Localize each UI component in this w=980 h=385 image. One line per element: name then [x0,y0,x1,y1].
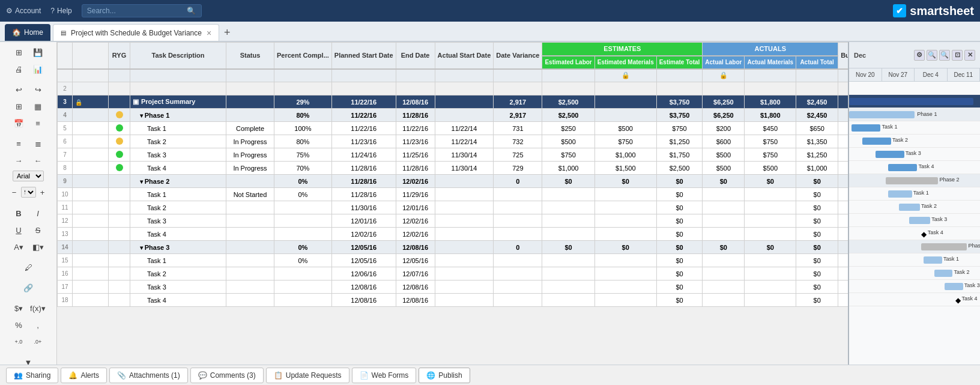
font-size-down-btn[interactable]: − [9,185,20,199]
task-row[interactable]: 17Task 312/08/1612/08/16$0$0$0 [58,280,848,294]
phase-row[interactable]: 9▾ Phase 20%11/28/1612/02/160$0$0$0$0$0$… [58,175,848,188]
task-row[interactable]: 10Task 1Not Started0%11/28/1611/29/16$0$… [58,188,848,201]
help-menu[interactable]: ? Help [50,7,71,15]
task-cell[interactable]: Task 3 [130,148,226,162]
currency-btn[interactable]: $▾ [10,301,28,315]
task-row[interactable]: 16Task 212/06/1612/07/16$0$0$0 [58,267,848,280]
alerts-btn[interactable]: 🔔 Alerts [61,368,107,383]
save-btn[interactable]: 💾 [29,45,47,59]
task-cell[interactable]: Task 1 [130,254,226,267]
tab-sheet[interactable]: ▤ Project with Schedule & Budget Varianc… [53,24,219,41]
attachments-btn[interactable]: 📎 Attachments (1) [109,368,188,383]
gantt-settings-btn[interactable]: ⚙ [914,50,925,61]
task-cell[interactable]: Task 3 [130,280,226,294]
task-cell[interactable]: ▾ Phase 3 [130,241,226,254]
search-box[interactable]: 🔍 [82,4,202,17]
gantt-close-btn[interactable]: ✕ [964,50,975,61]
end-date-cell: 11/28/16 [396,109,435,122]
color-picker-btn[interactable]: A▾ [10,240,28,254]
gantt-today-btn[interactable]: ⊡ [952,50,963,61]
link-btn[interactable]: 🔗 [19,280,37,295]
gantt-zoom-in-btn[interactable]: 🔍 [939,50,950,61]
update-requests-btn[interactable]: 📋 Update Requests [266,368,349,383]
phase-expand-icon[interactable]: ▾ [140,178,145,185]
task-cell[interactable]: Task 4 [130,162,226,175]
tab-home[interactable]: 🏠 Home [5,24,50,41]
task-row[interactable]: 12Task 312/01/1612/02/16$0$0$0 [58,214,848,228]
strikethrough-btn[interactable]: S [29,223,47,237]
gantt2-btn[interactable]: ≡ [29,116,47,130]
sheet-table[interactable]: RYG Task Description Status Percent Comp… [57,42,848,365]
task-cell[interactable]: Task 2 [130,201,226,214]
task-cell[interactable]: Task 1 [130,188,226,201]
phase-row[interactable]: 4▾ Phase 180%11/22/1611/28/162,917$2,500… [58,109,848,122]
task-row[interactable]: 7Task 3In Progress75%11/24/1611/25/1611/… [58,148,848,162]
task-cell[interactable]: Task 2 [130,135,226,148]
phase-expand-icon[interactable]: ▾ [140,244,145,251]
bold-btn[interactable]: B [10,206,28,220]
scroll-down-btn[interactable]: ▼ [19,355,37,365]
indent-btn[interactable]: → [10,153,28,168]
task-row[interactable]: 6Task 2In Progress80%11/23/1611/23/1611/… [58,135,848,148]
phase-row[interactable]: 14▾ Phase 30%12/05/1612/08/160$0$0$0$0$0… [58,241,848,254]
account-menu[interactable]: ⚙ Account [6,7,41,15]
ryg-header: RYG [109,43,130,69]
task-cell[interactable]: Task 3 [130,214,226,228]
phase-expand-icon[interactable]: ▾ [140,112,145,119]
task-row[interactable]: 15Task 10%12/05/1612/05/16$0$0$0 [58,254,848,267]
grid-view-btn[interactable]: ⊞ [10,45,28,59]
underline-btn[interactable]: U [10,223,28,237]
print-btn[interactable]: 🖨 [10,62,28,76]
decimal-more-btn[interactable]: .0+ [29,335,47,349]
font-size-up-btn[interactable]: + [37,185,48,199]
publish-btn[interactable]: 🌐 Publish [419,368,470,383]
card-btn[interactable]: ▦ [29,99,47,114]
italic-btn[interactable]: I [29,206,47,220]
formula-btn[interactable]: f(x)▾ [29,301,47,315]
calendar-btn[interactable]: 📅 [10,116,28,130]
gantt-btn[interactable]: 📊 [29,62,47,76]
gantt-bar-p3t2 [934,270,953,277]
redo-btn[interactable]: ↪ [29,82,47,97]
task-row[interactable]: 13Task 412/02/1612/02/16$0$0$0 [58,228,848,241]
act-total-cell: $0 [796,188,838,201]
search-input[interactable] [87,7,183,15]
highlight-btn[interactable]: 🖊 [19,260,37,274]
gantt-zoom-out-btn[interactable]: 🔍 [927,50,937,61]
task-row[interactable]: 18Task 412/08/1612/08/16$0$0$0 [58,294,848,307]
diamond-p3t4: ◆ [955,296,961,305]
row-number: 9 [58,175,73,188]
sharing-btn[interactable]: 👥 Sharing [6,368,58,383]
table-btn[interactable]: ⊞ [10,99,28,114]
task-row[interactable]: 5Task 1Complete100%11/22/1611/22/1611/22… [58,122,848,135]
tab-close-button[interactable]: × [207,28,211,38]
empty-row[interactable]: 2 [58,82,848,95]
comments-btn[interactable]: 💬 Comments (3) [190,368,264,383]
decimal-less-btn[interactable]: +.0 [10,335,28,349]
task-row[interactable]: 8Task 4In Progress70%11/28/1611/28/1611/… [58,162,848,175]
font-family-select[interactable]: Arial [13,171,44,181]
task-cell[interactable]: Task 1 [130,122,226,135]
align-left-btn[interactable]: ≡ [10,136,28,151]
fill-color-btn[interactable]: ◧▾ [29,240,47,254]
task-cell[interactable]: ▾ Phase 1 [130,109,226,122]
web-forms-btn[interactable]: 📄 Web Forms [352,368,417,383]
est-total-cell: $750 [656,122,703,135]
est-materials-cell: $1,000 [594,148,656,162]
font-size-select[interactable]: 9 [21,187,36,198]
home-icon: 🏠 [12,28,21,37]
task-row[interactable]: 11Task 211/30/1612/01/16$0$0$0 [58,201,848,214]
percent-btn[interactable]: % [10,318,28,332]
align-right-btn[interactable]: ≣ [29,136,47,151]
outdent-btn[interactable]: ← [29,153,47,168]
task-cell[interactable]: ▣Project Summary [130,95,226,109]
task-cell[interactable]: Task 4 [130,228,226,241]
task-cell[interactable]: Task 2 [130,267,226,280]
undo-btn[interactable]: ↩ [10,82,28,97]
task-cell[interactable]: Task 4 [130,294,226,307]
add-tab-button[interactable]: + [219,24,235,41]
summary-row[interactable]: 3🔒▣Project Summary29%11/22/1612/08/162,9… [58,95,848,109]
empty-cell [274,82,332,95]
comma-btn[interactable]: , [29,318,47,332]
task-cell[interactable]: ▾ Phase 2 [130,175,226,188]
